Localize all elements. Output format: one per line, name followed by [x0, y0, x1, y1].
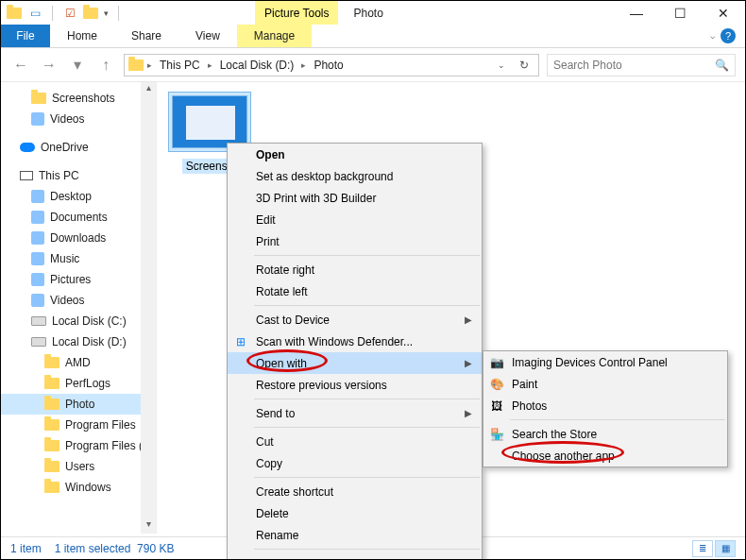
menu-item-label: Rename — [256, 529, 298, 542]
tree-item-music[interactable]: Music — [1, 248, 156, 269]
pictures-icon — [31, 273, 44, 286]
chevron-right-icon[interactable]: ▸ — [299, 60, 308, 70]
tree-item-onedrive[interactable]: OneDrive — [1, 137, 156, 158]
tab-manage[interactable]: Manage — [237, 25, 312, 47]
menu-item-cast-to-device[interactable]: Cast to Device▶ — [228, 309, 482, 331]
refresh-button[interactable]: ↻ — [514, 59, 534, 72]
menu-item-open[interactable]: Open — [228, 144, 482, 165]
search-input[interactable]: Search Photo 🔍 — [547, 54, 736, 76]
menu-item-rotate-right[interactable]: Rotate right — [228, 259, 482, 280]
status-selected: 1 item selected 790 KB — [55, 542, 175, 555]
menu-item-label: Delete — [256, 507, 289, 520]
menu-item-set-as-desktop-background[interactable]: Set as desktop background — [228, 165, 482, 187]
address-bar[interactable]: ▸ This PC ▸ Local Disk (D:) ▸ Photo ⌄ ↻ — [124, 54, 539, 76]
minimize-button[interactable]: — — [615, 1, 658, 25]
submenu-item-label: Photos — [512, 399, 547, 413]
tree-item-program-files[interactable]: Program Files — [1, 415, 156, 435]
address-dropdown[interactable]: ⌄ — [491, 60, 512, 70]
menu-item-label: Open with — [256, 357, 307, 370]
tree-item-desktop[interactable]: Desktop — [1, 186, 156, 207]
menu-item-label: Properties — [256, 557, 308, 561]
menu-item-label: Cast to Device — [256, 314, 330, 327]
submenu-item-imaging-devices-control-panel[interactable]: 📷Imaging Devices Control Panel — [483, 351, 727, 373]
submenu-item-search-the-store[interactable]: 🏪Search the Store — [483, 423, 727, 445]
tab-view[interactable]: View — [178, 25, 237, 47]
tree-item-pictures[interactable]: Pictures — [1, 269, 156, 290]
tree-item-thispc[interactable]: This PC — [1, 165, 156, 186]
menu-item-label: Copy — [256, 457, 282, 470]
menu-item-print[interactable]: Print — [228, 230, 482, 252]
submenu-item-paint[interactable]: 🎨Paint — [483, 373, 727, 395]
submenu-item-photos[interactable]: 🖼Photos — [483, 395, 727, 416]
menu-item-delete[interactable]: Delete — [228, 502, 482, 524]
tree-item-videos[interactable]: Videos — [1, 290, 156, 311]
contextual-tab-header: Picture Tools — [255, 1, 338, 25]
breadcrumb[interactable]: This PC — [156, 59, 204, 72]
details-view-button[interactable]: ≣ — [692, 540, 713, 557]
menu-item-copy[interactable]: Copy — [228, 452, 482, 474]
separator — [118, 6, 119, 21]
tab-share[interactable]: Share — [114, 25, 178, 47]
tree-item-screenshots[interactable]: Screenshots — [1, 88, 156, 109]
chevron-down-icon[interactable]: ▾ — [104, 8, 109, 18]
drive-icon — [31, 316, 46, 326]
menu-item-restore-previous-versions[interactable]: Restore previous versions — [228, 374, 482, 396]
submenu-item-choose-another-app[interactable]: Choose another app — [483, 445, 727, 467]
maximize-button[interactable]: ☐ — [658, 1, 702, 25]
menu-item-rename[interactable]: Rename — [228, 524, 482, 546]
help-icon[interactable]: ? — [721, 28, 736, 43]
menu-item-scan-with-windows-defender-[interactable]: ⊞Scan with Windows Defender... — [228, 331, 482, 352]
breadcrumb[interactable]: Local Disk (D:) — [216, 59, 298, 72]
menu-item-properties[interactable]: Properties — [228, 552, 482, 560]
tree-item-videos[interactable]: Videos — [1, 109, 156, 129]
new-folder-icon[interactable] — [83, 6, 98, 21]
forward-button[interactable]: → — [39, 55, 59, 76]
menu-separator — [254, 399, 480, 399]
menu-item-cut[interactable]: Cut — [228, 431, 482, 452]
tree-item-local-disk-c[interactable]: Local Disk (C:) — [1, 311, 156, 331]
tab-file[interactable]: File — [1, 25, 50, 47]
search-icon[interactable]: 🔍 — [715, 59, 729, 72]
folder-icon — [7, 6, 22, 21]
tree-item-local-disk-d[interactable]: Local Disk (D:) — [1, 331, 156, 352]
menu-item-send-to[interactable]: Send to▶ — [228, 402, 482, 424]
picture-tools-label: Picture Tools — [264, 7, 329, 20]
drive-icon — [31, 337, 46, 347]
properties-icon[interactable]: ▭ — [27, 6, 42, 21]
tree-item-downloads[interactable]: Downloads — [1, 228, 156, 248]
menu-item-label: Create shortcut — [256, 485, 333, 499]
history-dropdown[interactable]: ▾ — [67, 55, 88, 76]
tree-item-users[interactable]: Users — [1, 456, 156, 477]
close-button[interactable]: ✕ — [702, 1, 745, 25]
menu-item-open-with[interactable]: Open with▶ — [228, 352, 482, 374]
nav-scrollbar[interactable]: ▴ ▾ — [141, 82, 156, 534]
folder-icon — [44, 482, 59, 493]
up-button[interactable]: ↑ — [95, 55, 116, 76]
tab-home[interactable]: Home — [50, 25, 114, 47]
chevron-right-icon[interactable]: ▸ — [206, 60, 214, 70]
tree-item-documents[interactable]: Documents — [1, 207, 156, 228]
checkbox-icon[interactable]: ☑ — [62, 6, 77, 21]
scroll-down-icon[interactable]: ▾ — [141, 518, 156, 534]
menu-item-edit[interactable]: Edit — [228, 209, 482, 230]
shield-icon: ⊞ — [233, 334, 248, 349]
back-button[interactable]: ← — [10, 55, 31, 76]
menu-separator — [254, 549, 480, 550]
thumbnails-view-button[interactable]: ▦ — [715, 540, 736, 557]
ribbon-collapse-icon[interactable]: ⌵ — [710, 31, 715, 41]
tree-item-amd[interactable]: AMD — [1, 352, 156, 373]
navigation-pane: Screenshots Videos OneDrive This PC Desk… — [1, 82, 157, 534]
breadcrumb[interactable]: Photo — [310, 59, 347, 72]
tree-item-windows[interactable]: Windows — [1, 477, 156, 498]
tree-item-photo[interactable]: Photo — [1, 394, 156, 415]
scroll-up-icon[interactable]: ▴ — [141, 82, 156, 97]
tree-item-perflogs[interactable]: PerfLogs — [1, 373, 156, 394]
chevron-right-icon[interactable]: ▸ — [145, 60, 154, 70]
menu-item-3d-print-with-3d-builder[interactable]: 3D Print with 3D Builder — [228, 187, 482, 209]
submenu-item-label: Imaging Devices Control Panel — [512, 356, 668, 369]
folder-icon — [44, 440, 59, 451]
menu-item-rotate-left[interactable]: Rotate left — [228, 280, 482, 302]
menu-item-create-shortcut[interactable]: Create shortcut — [228, 481, 482, 502]
submenu-item-label: Search the Store — [512, 428, 597, 441]
tree-item-program-files-x86[interactable]: Program Files ( — [1, 435, 156, 456]
